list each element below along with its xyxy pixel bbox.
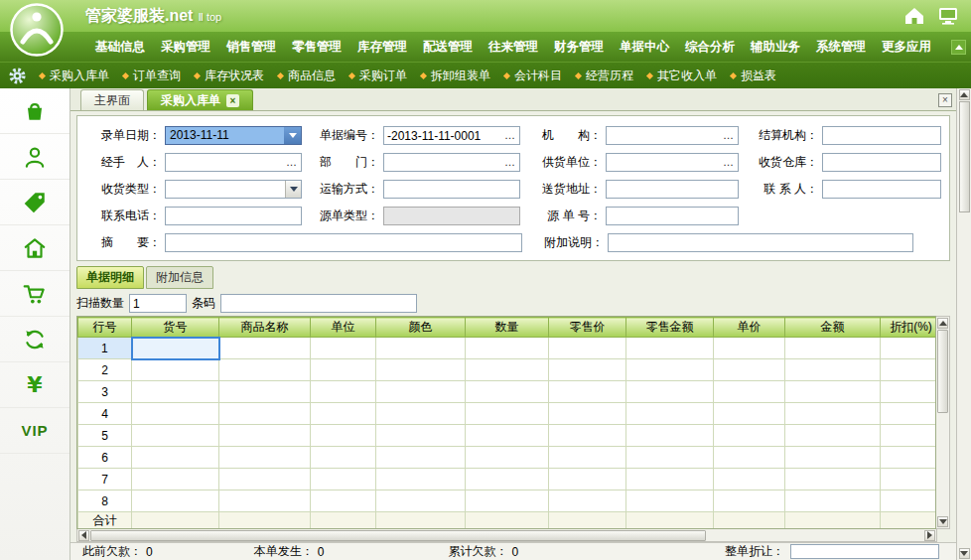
lookup-icon[interactable]: … [721,156,735,169]
grid-cell[interactable] [132,359,219,381]
grid-cell[interactable] [219,447,311,469]
grid-cell[interactable] [376,381,466,403]
sidebar-item-finance[interactable]: ¥ [0,362,69,408]
grid-cell[interactable] [311,490,376,512]
grid-cell[interactable] [311,381,376,403]
grid-cell[interactable] [132,447,219,469]
grid-cell[interactable] [311,469,376,490]
org-input[interactable] [606,126,739,145]
order-discount-input[interactable] [790,544,939,559]
grid-cell[interactable] [626,425,714,447]
toolbar-item-purchase-order[interactable]: 采购订单 [343,68,414,84]
grid-cell[interactable] [376,338,466,359]
row-number[interactable]: 4 [78,403,132,425]
grid-cell[interactable] [132,469,219,490]
grid-cell[interactable] [549,338,626,359]
settle-org-input[interactable] [822,126,941,145]
page-vertical-scrollbar[interactable] [956,88,971,560]
grid-cell[interactable] [626,469,714,490]
monitor-icon[interactable] [937,6,959,26]
tab-close-icon[interactable]: × [226,94,239,107]
grid-cell[interactable] [219,338,311,359]
scroll-thumb[interactable] [959,101,970,212]
menu-item-more[interactable]: 更多应用 [874,39,939,56]
scroll-thumb[interactable] [937,330,948,413]
grid-cell[interactable] [466,359,549,381]
toolbar-item-purchase-inbound[interactable]: 采购入库单 [33,68,116,84]
entry-date-picker[interactable]: 2013-11-11 [165,126,302,145]
summary-input[interactable] [165,233,522,252]
phone-input[interactable] [165,207,302,225]
tab-detail-lines[interactable]: 单据明细 [76,266,144,289]
menu-item-finance[interactable]: 财务管理 [546,39,612,56]
grid-cell[interactable] [219,490,311,512]
grid-cell[interactable] [132,381,219,403]
grid-cell[interactable] [549,381,626,403]
col-retail-price[interactable]: 零售价 [549,318,626,338]
menu-item-basic[interactable]: 基础信息 [87,39,153,56]
grid-cell[interactable] [785,403,881,425]
grid-cell[interactable] [714,403,785,425]
scroll-up-icon[interactable] [959,89,970,100]
toolbar-item-order-query[interactable]: 订单查询 [116,68,188,84]
grid-cell[interactable] [626,381,714,403]
grid-cell[interactable] [219,381,311,403]
grid-cell[interactable] [549,490,626,512]
col-discount[interactable]: 折扣(%) [881,318,937,338]
grid-cell[interactable] [626,490,714,512]
col-product-name[interactable]: 商品名称 [219,318,311,338]
grid-cell[interactable] [466,338,549,359]
menu-item-purchase[interactable]: 采购管理 [153,39,218,56]
grid-cell[interactable] [626,359,714,381]
scroll-left-icon[interactable] [78,530,89,541]
menu-item-auxiliary[interactable]: 辅助业务 [743,39,808,56]
scan-qty-input[interactable] [129,294,187,313]
menu-item-documents[interactable]: 单据中心 [612,39,677,56]
grid-cell[interactable] [881,425,937,447]
lookup-icon[interactable]: … [721,129,735,142]
grid-cell[interactable] [466,469,549,490]
grid-cell[interactable] [785,469,881,490]
toolbar-item-product-info[interactable]: 商品信息 [271,68,343,84]
toolbar-item-assembly[interactable]: 拆卸组装单 [414,68,497,84]
grid-cell[interactable] [549,359,626,381]
source-no-input[interactable] [606,207,739,225]
grid-cell[interactable] [219,403,311,425]
menu-item-delivery[interactable]: 配送管理 [415,39,481,56]
grid-cell[interactable] [714,490,785,512]
doc-number-input[interactable] [383,126,520,145]
grid-cell[interactable] [311,338,376,359]
dept-input[interactable] [383,153,520,172]
col-unit-price[interactable]: 单价 [714,318,785,338]
row-number[interactable]: 2 [78,359,132,381]
grid-cell[interactable] [714,469,785,490]
menu-item-retail[interactable]: 零售管理 [284,39,349,56]
sidebar-item-cart[interactable] [0,271,69,317]
tab-purchase-inbound[interactable]: 采购入库单× [147,89,253,110]
dropdown-icon[interactable] [285,181,301,198]
grid-cell[interactable] [714,447,785,469]
sidebar-item-basket[interactable] [0,88,69,134]
grid-cell[interactable] [626,338,714,359]
grid-cell[interactable] [626,447,714,469]
col-amount[interactable]: 金额 [785,318,881,338]
calendar-dropdown-icon[interactable] [284,127,301,144]
toolbar-item-accounting[interactable]: 会计科目 [497,68,569,84]
sidebar-item-vip[interactable]: VIP [0,408,69,454]
menu-item-analysis[interactable]: 综合分析 [677,39,743,56]
grid-cell[interactable] [785,447,881,469]
col-item-no[interactable]: 货号 [132,318,219,338]
col-color[interactable]: 颜色 [376,318,466,338]
grid-cell[interactable] [785,381,881,403]
grid-cell[interactable] [466,447,549,469]
grid-cell[interactable] [549,403,626,425]
close-all-icon[interactable]: × [938,93,952,107]
gear-icon[interactable] [8,67,27,85]
grid-cell[interactable] [714,381,785,403]
menu-item-inventory[interactable]: 库存管理 [349,39,415,56]
grid-cell[interactable] [219,359,311,381]
row-number[interactable]: 8 [78,490,132,512]
grid-cell[interactable] [376,403,466,425]
row-number[interactable]: 3 [78,381,132,403]
row-number[interactable]: 5 [78,425,132,447]
